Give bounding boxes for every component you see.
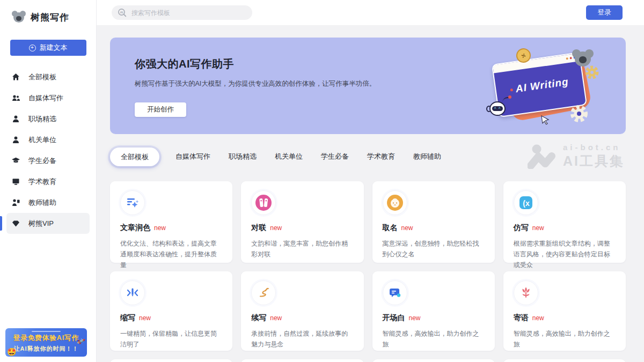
- card-title: 缩写: [120, 313, 135, 323]
- promo-line1: 登录免费体验AI写作: [5, 334, 87, 343]
- login-button[interactable]: 登录: [586, 5, 623, 20]
- sidebar-item-government[interactable]: 机关单位: [6, 129, 90, 150]
- tab-student[interactable]: 学生必备: [319, 152, 351, 161]
- hero-banner: 你强大的AI写作助手 树熊写作基于强大的AI大模型，为你提供专业高效的创作体验，…: [110, 38, 626, 134]
- red-dot-icon: [510, 88, 514, 91]
- sidebar-item-label: 树熊VIP: [28, 219, 54, 228]
- card-title: 对联: [251, 223, 266, 233]
- card-title: 寄语: [514, 313, 529, 323]
- card-article-polish[interactable]: 文章润色 new 优化文法、结构和表达，提高文章通顺度和表达准确性，提升整体质量: [110, 181, 232, 263]
- card-description: 智能灵感，高效输出，助力创作之旅: [383, 329, 485, 350]
- new-badge: new: [401, 224, 413, 232]
- new-document-button[interactable]: + 新建文本: [10, 40, 86, 56]
- users-icon: [12, 94, 20, 102]
- new-badge: new: [154, 224, 166, 232]
- abbreviate-icon: [126, 286, 140, 300]
- start-creating-button[interactable]: 开始创作: [135, 102, 186, 117]
- opening-icon: [387, 285, 402, 300]
- card-imitate[interactable]: (x 仿写 new 根据需求重新组织文章结构，调整语言风格，使内容更贴合特定目标…: [503, 181, 626, 263]
- card-abbreviate[interactable]: 缩写 new 一键精简，保留精髓，让信息更简洁明了: [110, 271, 232, 351]
- ai-bot-logo-icon: [528, 144, 558, 169]
- card-description: 一键精简，保留精髓，让信息更简洁明了: [120, 329, 222, 350]
- ai-magnifier-icon: AI: [118, 8, 127, 17]
- card-partial[interactable]: [503, 359, 626, 362]
- hero-illustration-text: AI Writing: [515, 76, 569, 95]
- card-title: 取名: [383, 223, 398, 233]
- card-opening[interactable]: 开场白 new 智能灵感，高效输出，助力创作之旅: [372, 271, 495, 351]
- new-badge: new: [139, 314, 151, 322]
- app-title: 树熊写作: [31, 11, 69, 24]
- message-icon: [518, 285, 533, 300]
- plus-circle-icon: +: [29, 45, 36, 51]
- card-title: 开场白: [383, 313, 405, 323]
- main-area: AI 登录 你强大的AI写作助手 树熊写作基于强大的AI大模型，为你提供专业高效…: [97, 0, 644, 362]
- continue-icon: [257, 286, 270, 300]
- tab-self-media[interactable]: 自媒体写作: [173, 152, 213, 161]
- content: 你强大的AI写作助手 树熊写作基于强大的AI大模型，为你提供专业高效的创作体验，…: [97, 26, 644, 362]
- person-icon: [12, 136, 20, 144]
- home-icon: [12, 73, 20, 81]
- sidebar-item-label: 自媒体写作: [28, 93, 63, 103]
- tab-academic[interactable]: 学术教育: [365, 152, 397, 161]
- sidebar-item-label: 机关单位: [28, 135, 56, 145]
- sidebar-item-label: 学术教育: [28, 177, 56, 187]
- imitate-icon: (x: [518, 195, 533, 210]
- card-naming[interactable]: 取名 new 寓意深远，创意独特，助您轻松找到心仪之名: [372, 181, 495, 263]
- sidebar-item-label: 职场精选: [28, 114, 56, 124]
- tab-all-templates[interactable]: 全部模板: [110, 147, 159, 166]
- card-partial[interactable]: [241, 359, 363, 362]
- tab-workplace[interactable]: 职场精选: [226, 152, 259, 161]
- star-struck-emoji-icon: 🤩: [7, 348, 16, 356]
- sidebar-item-label: 全部模板: [28, 72, 56, 82]
- card-description: 根据需求重新组织文章结构，调整语言风格，使内容更贴合特定目标或受众: [514, 239, 616, 270]
- search-input[interactable]: [131, 9, 239, 17]
- login-promo-banner[interactable]: 登录免费体验AI写作 让AI释放你的时间！！ 🤩 🚀: [5, 328, 87, 357]
- watermark-domain: ai-bot.cn: [563, 143, 625, 152]
- svg-text:AI: AI: [120, 10, 123, 14]
- watermark-title: AI工具集: [563, 152, 625, 170]
- polish-icon: [126, 196, 140, 210]
- topbar: AI 登录: [97, 0, 644, 26]
- cursor-arrow-icon: [539, 114, 552, 126]
- card-description: 智能灵感，高效输出，助力创作之旅: [514, 329, 616, 350]
- monitor-icon: [12, 178, 20, 186]
- search-bar[interactable]: AI: [112, 5, 252, 20]
- card-partial[interactable]: [372, 359, 495, 362]
- promo-line2: 让AI释放你的时间！！: [5, 345, 87, 353]
- sidebar-item-label: 学生必备: [28, 156, 56, 166]
- sidebar-item-teacher[interactable]: 教师辅助: [6, 192, 90, 213]
- sidebar-item-workplace[interactable]: 职场精选: [6, 108, 90, 129]
- sidebar-item-self-media[interactable]: 自媒体写作: [6, 87, 90, 108]
- card-description: 承接前情，自然过渡，延续故事的魅力与悬念: [251, 329, 353, 350]
- graduation-cap-icon: [12, 157, 20, 165]
- watermark: ai-bot.cn AI工具集: [528, 143, 625, 170]
- card-title: 续写: [251, 313, 266, 323]
- tab-government[interactable]: 机关单位: [273, 152, 305, 161]
- card-title: 仿写: [514, 223, 529, 233]
- card-continue-writing[interactable]: 续写 new 承接前情，自然过渡，延续故事的魅力与悬念: [241, 271, 363, 351]
- sidebar-item-all-templates[interactable]: 全部模板: [6, 67, 90, 87]
- sidebar-item-academic[interactable]: 学术教育: [6, 171, 90, 192]
- new-document-label: 新建文本: [40, 43, 68, 53]
- svg-text:(x: (x: [523, 199, 530, 208]
- robot-icon: ˄ ˄: [487, 99, 507, 117]
- new-badge: new: [409, 314, 421, 322]
- card-description: 文韵和谐，寓意丰富，助您创作精彩对联: [251, 239, 353, 260]
- new-badge: new: [532, 314, 544, 322]
- sidebar-item-student[interactable]: 学生必备: [6, 150, 90, 171]
- new-badge: new: [270, 224, 282, 232]
- gem-icon: [12, 219, 20, 227]
- card-partial[interactable]: [110, 359, 232, 362]
- naming-icon: [386, 194, 404, 211]
- new-badge: new: [532, 224, 544, 232]
- card-couplet[interactable]: 对联 new 文韵和谐，寓意丰富，助您创作精彩对联: [241, 181, 363, 263]
- teacher-icon: [12, 198, 20, 206]
- card-description: 寓意深远，创意独特，助您轻松找到心仪之名: [383, 239, 485, 260]
- card-title: 文章润色: [120, 223, 150, 233]
- app-logo: 树熊写作: [0, 0, 96, 24]
- sidebar-item-vip[interactable]: 树熊VIP: [6, 213, 90, 234]
- tab-teacher[interactable]: 教师辅助: [411, 152, 443, 161]
- sidebar-menu: 全部模板 自媒体写作 职场精选 机关单位 学生必备 学术教育 教师辅助 树熊V: [0, 67, 96, 234]
- card-message[interactable]: 寄语 new 智能灵感，高效输出，助力创作之旅: [503, 271, 626, 351]
- person-icon: [12, 115, 20, 123]
